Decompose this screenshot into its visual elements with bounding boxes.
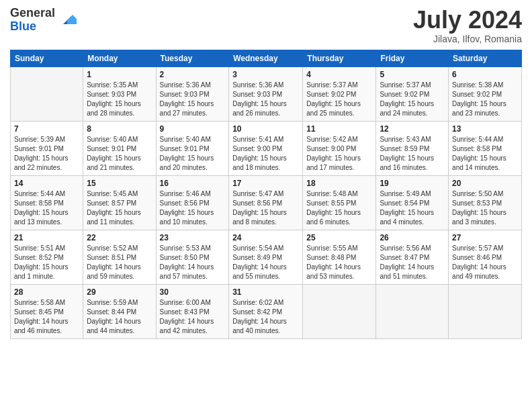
week-row-2: 7Sunrise: 5:39 AM Sunset: 9:01 PM Daylig… bbox=[11, 121, 522, 175]
week-row-3: 14Sunrise: 5:44 AM Sunset: 8:58 PM Dayli… bbox=[11, 175, 522, 230]
day-info: Sunrise: 5:40 AM Sunset: 9:01 PM Dayligh… bbox=[87, 135, 152, 173]
day-info: Sunrise: 5:47 AM Sunset: 8:56 PM Dayligh… bbox=[232, 189, 299, 227]
day-info: Sunrise: 6:00 AM Sunset: 8:43 PM Dayligh… bbox=[160, 298, 226, 336]
header-tuesday: Tuesday bbox=[156, 50, 229, 66]
day-cell: 15Sunrise: 5:45 AM Sunset: 8:57 PM Dayli… bbox=[83, 175, 156, 230]
day-info: Sunrise: 5:43 AM Sunset: 8:59 PM Dayligh… bbox=[380, 135, 445, 173]
day-info: Sunrise: 5:38 AM Sunset: 9:02 PM Dayligh… bbox=[452, 81, 518, 118]
day-cell bbox=[449, 284, 522, 338]
day-info: Sunrise: 5:44 AM Sunset: 8:58 PM Dayligh… bbox=[14, 189, 79, 227]
day-cell: 20Sunrise: 5:50 AM Sunset: 8:53 PM Dayli… bbox=[449, 175, 522, 230]
day-info: Sunrise: 5:36 AM Sunset: 9:03 PM Dayligh… bbox=[232, 81, 299, 118]
day-cell: 22Sunrise: 5:52 AM Sunset: 8:51 PM Dayli… bbox=[83, 230, 156, 284]
day-number: 25 bbox=[306, 233, 372, 242]
calendar-table: Sunday Monday Tuesday Wednesday Thursday… bbox=[10, 50, 522, 339]
day-cell: 1Sunrise: 5:35 AM Sunset: 9:03 PM Daylig… bbox=[83, 66, 156, 121]
day-number: 31 bbox=[232, 287, 299, 297]
day-number: 3 bbox=[232, 70, 299, 79]
day-cell: 28Sunrise: 5:58 AM Sunset: 8:45 PM Dayli… bbox=[11, 284, 83, 338]
day-number: 16 bbox=[160, 179, 226, 188]
header-friday: Friday bbox=[376, 50, 449, 66]
day-number: 9 bbox=[160, 124, 226, 134]
day-info: Sunrise: 5:37 AM Sunset: 9:02 PM Dayligh… bbox=[380, 81, 445, 118]
day-number: 1 bbox=[87, 70, 152, 79]
day-number: 26 bbox=[380, 233, 445, 242]
day-info: Sunrise: 5:58 AM Sunset: 8:45 PM Dayligh… bbox=[14, 298, 79, 336]
day-cell: 16Sunrise: 5:46 AM Sunset: 8:56 PM Dayli… bbox=[156, 175, 229, 230]
day-info: Sunrise: 5:50 AM Sunset: 8:53 PM Dayligh… bbox=[452, 189, 518, 227]
day-info: Sunrise: 5:42 AM Sunset: 9:00 PM Dayligh… bbox=[306, 135, 372, 173]
day-number: 5 bbox=[380, 70, 445, 79]
day-cell: 3Sunrise: 5:36 AM Sunset: 9:03 PM Daylig… bbox=[229, 66, 303, 121]
location: Jilava, Ilfov, Romania bbox=[413, 34, 522, 44]
day-cell: 9Sunrise: 5:40 AM Sunset: 9:01 PM Daylig… bbox=[156, 121, 229, 175]
day-number: 23 bbox=[160, 233, 226, 242]
day-number: 10 bbox=[232, 124, 299, 134]
day-number: 2 bbox=[160, 70, 226, 79]
day-cell: 26Sunrise: 5:56 AM Sunset: 8:47 PM Dayli… bbox=[376, 230, 449, 284]
day-cell: 19Sunrise: 5:49 AM Sunset: 8:54 PM Dayli… bbox=[376, 175, 449, 230]
day-number: 6 bbox=[452, 70, 518, 79]
day-cell: 30Sunrise: 6:00 AM Sunset: 8:43 PM Dayli… bbox=[156, 284, 229, 338]
day-cell: 5Sunrise: 5:37 AM Sunset: 9:02 PM Daylig… bbox=[376, 66, 449, 121]
day-number: 8 bbox=[87, 124, 152, 134]
title-area: July 2024 Jilava, Ilfov, Romania bbox=[413, 7, 522, 44]
header: General Blue July 2024 Jilava, Ilfov, Ro… bbox=[10, 7, 522, 44]
day-number: 17 bbox=[232, 179, 299, 188]
day-number: 30 bbox=[160, 287, 226, 297]
day-info: Sunrise: 5:57 AM Sunset: 8:46 PM Dayligh… bbox=[452, 244, 518, 281]
day-info: Sunrise: 5:36 AM Sunset: 9:03 PM Dayligh… bbox=[160, 81, 226, 118]
day-cell: 2Sunrise: 5:36 AM Sunset: 9:03 PM Daylig… bbox=[156, 66, 229, 121]
day-cell: 24Sunrise: 5:54 AM Sunset: 8:49 PM Dayli… bbox=[229, 230, 303, 284]
day-cell: 27Sunrise: 5:57 AM Sunset: 8:46 PM Dayli… bbox=[449, 230, 522, 284]
day-cell bbox=[376, 284, 449, 338]
day-info: Sunrise: 5:55 AM Sunset: 8:48 PM Dayligh… bbox=[306, 244, 372, 281]
day-info: Sunrise: 5:37 AM Sunset: 9:02 PM Dayligh… bbox=[306, 81, 372, 118]
logo-icon bbox=[58, 9, 77, 28]
day-cell: 11Sunrise: 5:42 AM Sunset: 9:00 PM Dayli… bbox=[303, 121, 376, 175]
day-number: 18 bbox=[306, 179, 372, 188]
day-cell: 14Sunrise: 5:44 AM Sunset: 8:58 PM Dayli… bbox=[11, 175, 83, 230]
day-cell: 21Sunrise: 5:51 AM Sunset: 8:52 PM Dayli… bbox=[11, 230, 83, 284]
day-number: 11 bbox=[306, 124, 372, 134]
day-number: 21 bbox=[14, 233, 79, 242]
day-cell: 8Sunrise: 5:40 AM Sunset: 9:01 PM Daylig… bbox=[83, 121, 156, 175]
day-number: 13 bbox=[452, 124, 518, 134]
logo-text: General Blue bbox=[10, 7, 55, 34]
day-cell: 6Sunrise: 5:38 AM Sunset: 9:02 PM Daylig… bbox=[449, 66, 522, 121]
day-cell: 23Sunrise: 5:53 AM Sunset: 8:50 PM Dayli… bbox=[156, 230, 229, 284]
logo-general: General bbox=[10, 7, 55, 20]
day-number: 29 bbox=[87, 287, 152, 297]
day-cell: 25Sunrise: 5:55 AM Sunset: 8:48 PM Dayli… bbox=[303, 230, 376, 284]
day-info: Sunrise: 5:44 AM Sunset: 8:58 PM Dayligh… bbox=[452, 135, 518, 173]
day-info: Sunrise: 6:02 AM Sunset: 8:42 PM Dayligh… bbox=[232, 298, 299, 336]
day-info: Sunrise: 5:35 AM Sunset: 9:03 PM Dayligh… bbox=[87, 81, 152, 118]
day-info: Sunrise: 5:52 AM Sunset: 8:51 PM Dayligh… bbox=[87, 244, 152, 281]
day-cell: 17Sunrise: 5:47 AM Sunset: 8:56 PM Dayli… bbox=[229, 175, 303, 230]
day-info: Sunrise: 5:45 AM Sunset: 8:57 PM Dayligh… bbox=[87, 189, 152, 227]
header-saturday: Saturday bbox=[449, 50, 522, 66]
day-number: 24 bbox=[232, 233, 299, 242]
day-info: Sunrise: 5:59 AM Sunset: 8:44 PM Dayligh… bbox=[87, 298, 152, 336]
day-cell: 29Sunrise: 5:59 AM Sunset: 8:44 PM Dayli… bbox=[83, 284, 156, 338]
day-number: 20 bbox=[452, 179, 518, 188]
day-number: 7 bbox=[14, 124, 79, 134]
day-number: 28 bbox=[14, 287, 79, 297]
day-number: 22 bbox=[87, 233, 152, 242]
day-number: 27 bbox=[452, 233, 518, 242]
header-wednesday: Wednesday bbox=[229, 50, 303, 66]
day-info: Sunrise: 5:46 AM Sunset: 8:56 PM Dayligh… bbox=[160, 189, 226, 227]
day-info: Sunrise: 5:48 AM Sunset: 8:55 PM Dayligh… bbox=[306, 189, 372, 227]
day-info: Sunrise: 5:40 AM Sunset: 9:01 PM Dayligh… bbox=[160, 135, 226, 173]
day-number: 19 bbox=[380, 179, 445, 188]
day-cell bbox=[303, 284, 376, 338]
day-cell: 13Sunrise: 5:44 AM Sunset: 8:58 PM Dayli… bbox=[449, 121, 522, 175]
day-cell: 10Sunrise: 5:41 AM Sunset: 9:00 PM Dayli… bbox=[229, 121, 303, 175]
day-number: 15 bbox=[87, 179, 152, 188]
day-info: Sunrise: 5:56 AM Sunset: 8:47 PM Dayligh… bbox=[380, 244, 445, 281]
header-monday: Monday bbox=[83, 50, 156, 66]
day-info: Sunrise: 5:51 AM Sunset: 8:52 PM Dayligh… bbox=[14, 244, 79, 281]
day-cell: 7Sunrise: 5:39 AM Sunset: 9:01 PM Daylig… bbox=[11, 121, 83, 175]
day-number: 12 bbox=[380, 124, 445, 134]
day-info: Sunrise: 5:49 AM Sunset: 8:54 PM Dayligh… bbox=[380, 189, 445, 227]
